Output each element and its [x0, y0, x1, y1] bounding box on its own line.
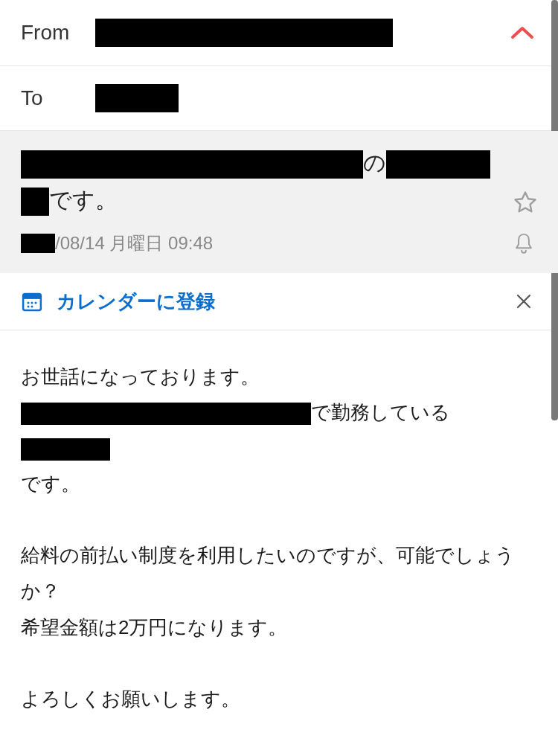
- dismiss-calendar-button[interactable]: [510, 288, 537, 315]
- calendar-register-link[interactable]: カレンダーに登録: [57, 289, 215, 315]
- svg-point-5: [28, 305, 30, 307]
- date-text: /08/14 月曜日 09:48: [55, 231, 213, 255]
- collapse-button[interactable]: [507, 18, 537, 48]
- subject-text: の です。: [21, 144, 537, 218]
- body-line1-end: です。: [21, 472, 80, 495]
- svg-point-4: [35, 301, 37, 304]
- subject-suffix: です。: [49, 188, 118, 212]
- chevron-up-icon: [510, 25, 534, 40]
- body-closing: よろしくお願いします。: [21, 688, 240, 710]
- body-redacted-name: [21, 438, 110, 461]
- from-value-redacted: [95, 19, 393, 47]
- svg-rect-1: [23, 294, 41, 299]
- body-para2-line2: 希望金額は2万円になります。: [21, 616, 287, 638]
- star-outline-icon: [513, 190, 538, 215]
- subject-redacted-2: [386, 150, 490, 179]
- close-icon: [516, 293, 532, 310]
- svg-point-2: [28, 301, 30, 304]
- body-greeting: お世話になっております。: [21, 365, 260, 388]
- email-body: お世話になっております。 で勤務しているです。 給料の前払い制度を利用したいので…: [0, 330, 558, 745]
- from-row: From: [0, 0, 558, 66]
- subject-particle: の: [363, 150, 386, 175]
- body-paragraph-1: お世話になっております。 で勤務しているです。: [21, 359, 537, 502]
- calendar-action-row: カレンダーに登録: [0, 273, 558, 330]
- from-label: From: [21, 21, 95, 45]
- calendar-icon: [21, 290, 43, 313]
- subject-redacted-3: [21, 188, 49, 216]
- date-row: /08/14 月曜日 09:48: [21, 230, 537, 257]
- body-line1-mid: で勤務している: [311, 401, 450, 423]
- body-paragraph-3: よろしくお願いします。: [21, 681, 537, 717]
- svg-point-6: [31, 305, 33, 307]
- star-button[interactable]: [510, 188, 540, 217]
- bell-outline-icon: [513, 232, 534, 254]
- subject-section: の です。 /08/14 月曜日 09:48: [0, 131, 558, 273]
- to-row: To: [0, 66, 558, 131]
- to-label: To: [21, 86, 95, 110]
- body-para2-line1: 給料の前払い制度を利用したいのですが、可能でしょうか？: [21, 544, 515, 602]
- reminder-button[interactable]: [510, 230, 537, 257]
- body-paragraph-2: 給料の前払い制度を利用したいのですが、可能でしょうか？ 希望金額は2万円になりま…: [21, 537, 537, 644]
- body-redacted-company: [21, 403, 311, 425]
- date-year-redacted: [21, 234, 55, 253]
- svg-point-3: [31, 301, 33, 304]
- subject-redacted-1: [21, 150, 363, 179]
- to-value-redacted: [95, 84, 179, 112]
